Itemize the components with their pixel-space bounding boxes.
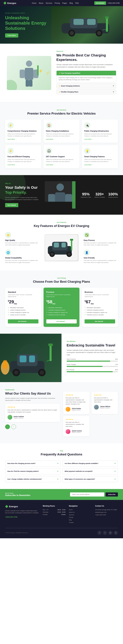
nav-pages[interactable]: Pages bbox=[62, 2, 67, 4]
pricing-feature-s-4: ✓ Limited access to benefits bbox=[8, 314, 38, 316]
stat-label-3: Quality Assured bbox=[108, 196, 118, 198]
faq-item-5[interactable]: Can I charge multiple vehicles simultane… bbox=[5, 476, 61, 482]
progress-label-solar: Solar Powered 85% bbox=[67, 358, 118, 360]
newsletter-subscribe-button[interactable]: Subscribe bbox=[105, 492, 118, 496]
nav-services[interactable]: Services bbox=[46, 2, 52, 4]
testimonials-title: What Our Clients Say About Us bbox=[5, 392, 60, 396]
faq-question-6: What types of connectors are supported? … bbox=[65, 478, 116, 480]
testimonial-text-1: Duis aute irure dolor in reprehenderit i… bbox=[8, 409, 57, 413]
social-twitter[interactable]: t bbox=[103, 531, 107, 535]
svg-point-7 bbox=[97, 31, 101, 35]
nav-faq[interactable]: FAQ bbox=[75, 2, 79, 4]
nav-about[interactable]: About bbox=[39, 2, 43, 4]
accordion-item-3: ⚡ Flexible Charging Plans + bbox=[56, 89, 116, 94]
features-title: Key Features of Energox EV Charging bbox=[5, 224, 118, 228]
service-link-2[interactable]: Learn More → bbox=[46, 138, 77, 140]
footer-nav-services[interactable]: Services bbox=[69, 514, 92, 516]
safety-cta-button[interactable]: Get Started bbox=[5, 203, 18, 207]
safety-desc: Aenean vulputate lorem volutpat suscipit… bbox=[5, 196, 40, 201]
nav-next[interactable]: › bbox=[11, 424, 16, 429]
social-facebook[interactable]: f bbox=[97, 531, 101, 535]
service-card-3: 🔌 Public Charging Infrastructure Cillum … bbox=[82, 120, 118, 143]
service-desc-6: Cillum eos occaecat lorem esse quis labo… bbox=[84, 158, 115, 163]
pricing-btn-standard[interactable]: Get Started → bbox=[8, 319, 38, 324]
stat-quality: 100% Quality Assured bbox=[108, 192, 118, 198]
site-footer: Energox Aenean vulputate lorem volutpat … bbox=[0, 500, 123, 538]
hero-title-line1: Unleashing bbox=[5, 15, 29, 20]
features-tag: Our Features bbox=[5, 222, 118, 223]
reviewer-1: Kevin Andrew Regular Customer bbox=[8, 415, 57, 420]
pricing-tag: Our Pricing bbox=[5, 277, 118, 279]
footer-logo-icon bbox=[5, 505, 8, 508]
service-link-3[interactable]: Learn More → bbox=[84, 138, 115, 140]
faq-item-4[interactable]: What payment methods are accepted? + bbox=[62, 468, 118, 474]
pricing-btn-business[interactable]: Get Started → bbox=[85, 319, 115, 324]
newsletter-title: Subscribe to Newsletter bbox=[5, 494, 30, 496]
service-link-1[interactable]: Learn More → bbox=[8, 138, 39, 140]
hero-cta-button[interactable]: Learn More bbox=[5, 34, 18, 38]
progress-bar-solar bbox=[67, 360, 118, 362]
plug-icon: ⚡ bbox=[45, 70, 50, 75]
footer-nav-contact[interactable]: Contact bbox=[69, 522, 92, 523]
accordion-body-1: Experience rapid charging with our state… bbox=[57, 75, 116, 82]
safety-stats: 95% Satisfaction Rate 320+ Stations Inst… bbox=[81, 192, 118, 198]
wh-time-2: 10:00 - 16:00 bbox=[57, 511, 65, 513]
wh-day-1: Mon - Fri: bbox=[43, 509, 49, 510]
svg-point-46 bbox=[14, 370, 18, 374]
accordion-item-2: ⚡ Smart Charging Solutions + bbox=[56, 84, 116, 88]
progress-name-eco: Eco Friendly bbox=[67, 369, 74, 370]
social-instagram[interactable]: in bbox=[108, 531, 112, 535]
footer-nav-blog[interactable]: Blog bbox=[69, 519, 92, 521]
nav-home[interactable]: Home bbox=[32, 2, 37, 4]
footer-grid: Energox Aenean vulputate lorem volutpat … bbox=[5, 505, 118, 524]
pricing-feature-p-1: ✓ Affordable subscription bbox=[46, 307, 77, 308]
logo[interactable]: Energox bbox=[4, 2, 16, 4]
nav-pricing[interactable]: Pricing bbox=[55, 2, 60, 4]
svg-rect-9 bbox=[105, 16, 109, 18]
hero-title: Unleashing Sustainable Energy Solutions bbox=[5, 15, 46, 31]
accordion-header-2[interactable]: ⚡ Smart Charging Solutions + bbox=[57, 84, 116, 88]
faq-item-6[interactable]: What types of connectors are supported? … bbox=[62, 476, 118, 482]
footer-nav-home[interactable]: Home bbox=[69, 509, 92, 510]
newsletter-email-input[interactable] bbox=[70, 492, 104, 496]
svg-point-12 bbox=[26, 60, 32, 67]
hero-section: Energox & Sustainable Solutions Unleashi… bbox=[0, 6, 123, 44]
reviewer-role-2: Happy Customer bbox=[72, 410, 81, 410]
nav-prev[interactable]: ‹ bbox=[5, 424, 10, 429]
service-link-6[interactable]: Learn More → bbox=[84, 164, 115, 166]
service-link-4[interactable]: Learn More → bbox=[8, 164, 39, 166]
pricing-feature-p-2: ✓ Unlimited charging sessions bbox=[46, 309, 77, 311]
social-linkedin[interactable]: li bbox=[114, 531, 118, 535]
plan-desc-premium: Lorem ipsum dolor sit amet, consectetur … bbox=[46, 294, 77, 298]
service-icon-1: ⚡ bbox=[8, 122, 14, 128]
reviewer-avatar-4 bbox=[66, 429, 70, 434]
charging-content: About Us We Provide Best Car Charging Ex… bbox=[56, 50, 116, 95]
pricing-feature-s-2: ✓ Limited charging sessions bbox=[8, 309, 38, 311]
plan-name-premium: Premium bbox=[46, 291, 77, 293]
progress-solar: Solar Powered 85% bbox=[67, 358, 118, 362]
faq-icon-3: + bbox=[57, 470, 58, 472]
faq-item-1[interactable]: How does the charging process work? + bbox=[5, 460, 61, 466]
reviewer-info-3: James Wilson Regular Customer bbox=[100, 406, 110, 408]
footer-nav-about[interactable]: About Us bbox=[69, 512, 92, 513]
pricing-btn-premium[interactable]: Get Started → bbox=[46, 319, 77, 324]
service-link-5[interactable]: Learn More → bbox=[46, 164, 77, 166]
pricing-grid: Standard Lorem ipsum dolor sit amet, con… bbox=[5, 288, 118, 327]
car-charging-svg bbox=[44, 234, 79, 262]
feature-desc-easy: Duis aute irure dolor in reprehenderit i… bbox=[84, 242, 118, 246]
accordion-header-3[interactable]: ⚡ Flexible Charging Plans + bbox=[57, 90, 116, 94]
service-title-5: 24/7 Customer Support bbox=[46, 156, 77, 158]
stat-num-3: 100% bbox=[108, 192, 118, 196]
charging-section-tag: About Us bbox=[56, 50, 116, 52]
feature-item-friendly: 👤 User-Friendly Duis aute irure dolor in… bbox=[84, 250, 118, 264]
nav-blog[interactable]: Blog bbox=[70, 2, 73, 4]
stat-num-2: 320+ bbox=[94, 192, 105, 196]
footer-nav-pricing[interactable]: Pricing bbox=[69, 517, 92, 518]
stat-label-1: Satisfaction Rate bbox=[81, 196, 91, 198]
faq-q-text-2: Are there different charging speeds avai… bbox=[65, 462, 98, 464]
accordion-header-1[interactable]: ⚡ Fast Charging Capabilities − bbox=[57, 71, 116, 75]
header-get-started-button[interactable]: Get Started bbox=[94, 1, 106, 5]
faq-item-2[interactable]: Are there different charging speeds avai… bbox=[62, 460, 118, 466]
footer-divider bbox=[5, 528, 118, 528]
faq-item-3[interactable]: How do I find the nearest charging stati… bbox=[5, 468, 61, 474]
